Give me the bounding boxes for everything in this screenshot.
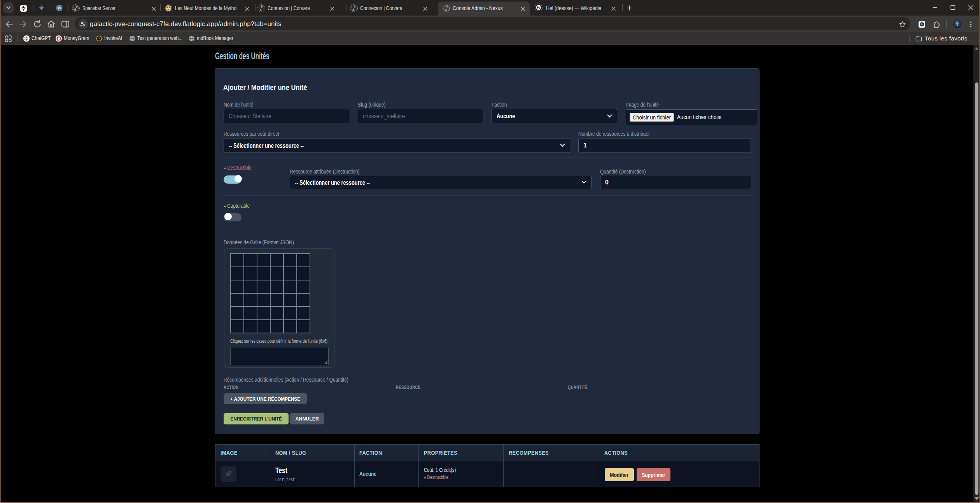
- svg-text:W: W: [57, 6, 61, 10]
- svg-text:W: W: [537, 5, 541, 10]
